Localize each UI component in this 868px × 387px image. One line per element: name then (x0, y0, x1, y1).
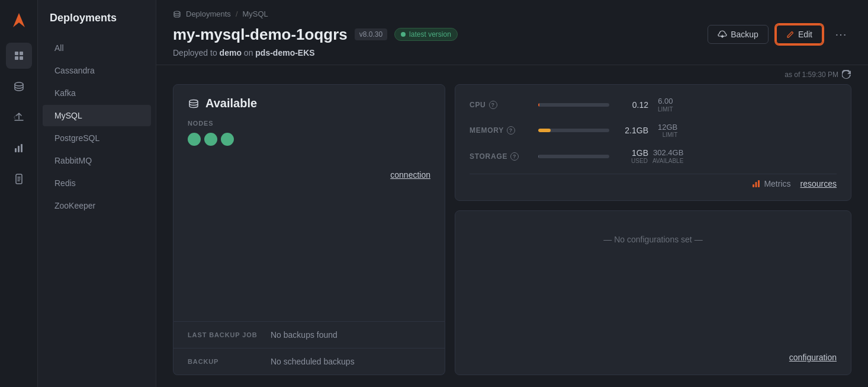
memory-help-icon[interactable]: ? (507, 126, 515, 135)
backup-label: BACKUP (188, 358, 259, 365)
node-dot-2 (204, 133, 217, 146)
node-dots (188, 133, 430, 146)
backup-button-label: Backup (731, 30, 758, 39)
header-actions: Backup Edit ⋯ (708, 24, 851, 44)
right-column: CPU ? 0.12 6.00 LIMIT MEMORY (455, 84, 851, 375)
sidebar-item-zookeeper[interactable]: ZooKeeper (43, 195, 151, 216)
config-card: — No configurations set — configuration (455, 210, 851, 375)
breadcrumb-separator: / (236, 9, 238, 18)
metrics-link[interactable]: Metrics (751, 179, 790, 188)
memory-metric-row: MEMORY ? 2.1GB 12GB LIMIT (470, 123, 837, 139)
status-header: Available (188, 97, 430, 110)
left-column: Available NODES connection LAST BACKUP J… (173, 84, 445, 375)
sidebar-item-postgresql[interactable]: PostgreSQL (43, 127, 151, 149)
cpu-metric-row: CPU ? 0.12 6.00 LIMIT (470, 97, 837, 113)
backup-row-2: BACKUP No scheduled backups (173, 348, 445, 375)
edit-button[interactable]: Edit (776, 24, 823, 44)
logo-icon[interactable] (6, 7, 32, 33)
config-footer: configuration (470, 352, 837, 363)
backup-icon (718, 30, 727, 39)
sidebar-item-rabbitmq[interactable]: RabbitMQ (43, 150, 151, 171)
storage-labels: USED AVAILABLE (631, 158, 683, 164)
breadcrumb-deployments[interactable]: Deployments (186, 9, 231, 18)
cpu-limit: 6.00 LIMIT (658, 97, 673, 113)
memory-bar (538, 129, 551, 132)
storage-avail: 302.4GB (653, 148, 683, 158)
status-card: Available NODES connection (173, 84, 445, 322)
more-button[interactable]: ⋯ (830, 25, 851, 44)
svg-point-14 (189, 100, 198, 103)
refresh-icon[interactable] (842, 70, 851, 79)
metrics-chart-icon (751, 179, 761, 188)
sidebar-item-all[interactable]: All (43, 37, 151, 59)
last-backup-job-label: LAST BACKUP JOB (188, 331, 259, 338)
status-dot (401, 32, 406, 37)
connection-link-container: connection (188, 160, 430, 180)
svg-marker-0 (13, 13, 25, 27)
svg-rect-2 (20, 52, 23, 55)
configuration-link[interactable]: configuration (789, 353, 837, 362)
breadcrumb-current: MySQL (243, 9, 268, 18)
backup-value: No scheduled backups (271, 357, 355, 366)
subtitle-on: on (244, 48, 255, 57)
storage-bar-wrap (538, 155, 609, 158)
svg-rect-4 (20, 56, 23, 60)
sidebar-item-redis[interactable]: Redis (43, 172, 151, 194)
svg-rect-3 (15, 56, 18, 60)
status-db-icon (188, 98, 200, 110)
latest-version-label: latest version (409, 30, 451, 39)
nodes-label: NODES (188, 120, 430, 127)
sidebar-title: Deployments (38, 12, 156, 36)
subtitle-cluster: pds-demo-EKS (255, 48, 314, 57)
resources-link[interactable]: resources (801, 179, 837, 188)
metrics-link-label: Metrics (764, 179, 790, 188)
storage-used-value: 1GB (619, 148, 648, 158)
svg-rect-7 (18, 146, 20, 152)
svg-rect-1 (15, 52, 18, 55)
available-label: AVAILABLE (652, 158, 683, 164)
sidebar-icon-home[interactable] (6, 43, 32, 69)
latest-version-badge: latest version (394, 28, 458, 41)
sidebar-item-mysql[interactable]: MySQL (43, 105, 151, 126)
svg-rect-15 (753, 184, 754, 187)
cpu-value: 0.12 (619, 100, 648, 110)
subtitle-env: demo (220, 48, 242, 57)
icon-sidebar (0, 0, 38, 387)
svg-rect-17 (758, 180, 760, 187)
backup-button[interactable]: Backup (708, 25, 769, 44)
svg-point-5 (15, 82, 23, 86)
breadcrumb: Deployments / MySQL (173, 9, 851, 18)
cpu-help-icon[interactable]: ? (489, 101, 497, 109)
sidebar-icon-database[interactable] (6, 73, 32, 100)
breadcrumb-db-icon (173, 10, 181, 18)
subtitle-deployed: Deployed to (173, 48, 220, 57)
node-dot-3 (221, 133, 234, 146)
memory-label: MEMORY ? (470, 126, 529, 135)
storage-help-icon[interactable]: ? (510, 152, 519, 161)
cpu-label: CPU ? (470, 101, 529, 109)
sidebar-item-cassandra[interactable]: Cassandra (43, 60, 151, 81)
storage-used-row: 1GB 302.4GB (619, 148, 683, 158)
sidebar-item-kafka[interactable]: Kafka (43, 82, 151, 104)
edit-button-label: Edit (798, 30, 812, 39)
last-backup-job-value: No backups found (271, 330, 337, 340)
used-label: USED (631, 158, 648, 164)
storage-label: STORAGE ? (470, 152, 529, 161)
nav-sidebar: Deployments All Cassandra Kafka MySQL Po… (38, 0, 156, 387)
memory-limit: 12GB LIMIT (658, 123, 677, 139)
sidebar-icon-upload[interactable] (6, 104, 32, 130)
sidebar-icon-chart[interactable] (6, 135, 32, 161)
no-config-text: — No configurations set — (470, 235, 837, 244)
connection-link[interactable]: connection (390, 170, 430, 180)
version-badge: v8.0.30 (355, 28, 387, 40)
subtitle: Deployed to demo on pds-demo-EKS (173, 48, 851, 57)
title-left: my-mysql-demo-1oqgrs v8.0.30 latest vers… (173, 25, 458, 44)
metrics-footer: Metrics resources (470, 174, 837, 188)
svg-rect-8 (21, 144, 22, 152)
content-area: Available NODES connection LAST BACKUP J… (156, 84, 868, 387)
svg-point-13 (174, 11, 180, 14)
memory-bar-wrap (538, 129, 609, 132)
timestamp-bar: as of 1:59:30 PM (156, 65, 868, 84)
sidebar-icon-document[interactable] (6, 166, 32, 192)
title-row: my-mysql-demo-1oqgrs v8.0.30 latest vers… (173, 24, 851, 44)
